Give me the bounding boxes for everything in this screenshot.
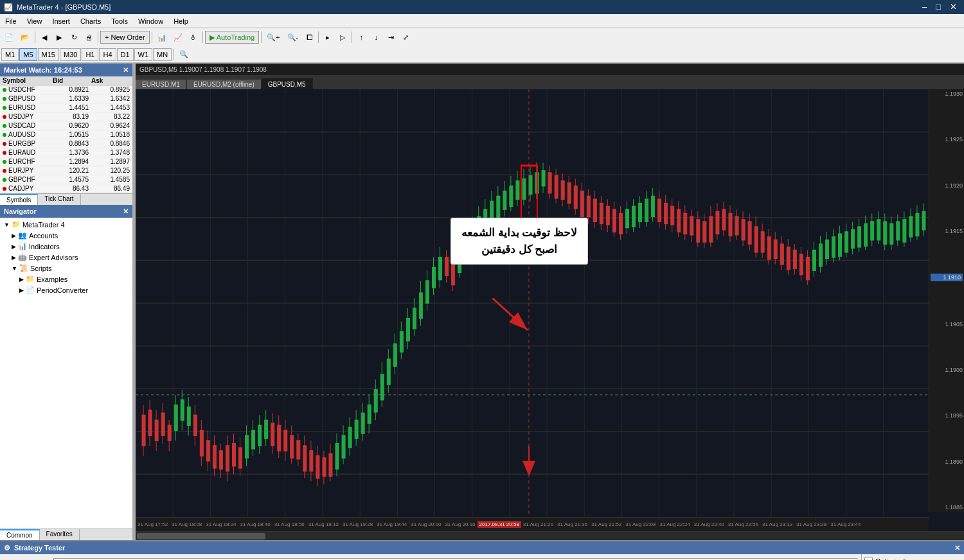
- mw-tabs: Symbols Tick Chart: [0, 193, 132, 205]
- tree-item-icon: 🤖: [18, 253, 27, 261]
- period-m5[interactable]: M5: [19, 48, 37, 61]
- price-1930: 1.1930: [931, 91, 963, 97]
- mw-bid: 1.4451: [53, 104, 91, 111]
- open-btn[interactable]: 📂: [17, 30, 33, 44]
- mw-row[interactable]: EURCHF 1.2894 1.2897: [0, 157, 132, 166]
- nav-tab-favorites[interactable]: Favorites: [40, 529, 80, 540]
- menu-insert[interactable]: Insert: [47, 14, 75, 28]
- time-4: 31 Aug 18:56: [272, 521, 307, 527]
- expert-btn[interactable]: ▸: [321, 30, 335, 44]
- mw-row[interactable]: USDCHF 0.8921 0.8925: [0, 85, 132, 94]
- chart-tab-eurusd-m2[interactable]: EURUSD,M2 (offline): [187, 80, 262, 89]
- mw-tab-tick[interactable]: Tick Chart: [38, 194, 80, 205]
- mw-row[interactable]: AUDUSD 1.0515 1.0518: [0, 130, 132, 139]
- zoom-out-btn[interactable]: 🔍-: [284, 30, 302, 44]
- minimize-button[interactable]: –: [919, 0, 930, 14]
- time-14: 31 Aug 22:08: [623, 521, 657, 527]
- search-btn[interactable]: 🔍: [176, 48, 192, 62]
- period-h4[interactable]: H4: [99, 48, 116, 61]
- chart-shift-btn[interactable]: ⇥: [384, 30, 398, 44]
- buy-btn[interactable]: ↑: [354, 30, 368, 44]
- nav-tree-item[interactable]: ▶ 📄 PeriodConverter: [1, 284, 131, 295]
- nav-tree-item[interactable]: ▼ 📁 MetaTrader 4: [1, 219, 131, 230]
- menu-charts[interactable]: Charts: [75, 14, 106, 28]
- sell-btn[interactable]: ↓: [369, 30, 383, 44]
- market-watch: Market Watch: 16:24:53 ✕ Symbol Bid Ask …: [0, 64, 132, 205]
- optimization-checkbox[interactable]: [864, 557, 873, 560]
- price-1890: 1.1890: [931, 459, 963, 465]
- price-1885: 1.1885: [931, 504, 963, 511]
- price-1900: 1.1900: [931, 367, 963, 373]
- period-m15[interactable]: M15: [38, 48, 59, 61]
- zoom-in-btn[interactable]: 🔍+: [263, 30, 283, 44]
- refresh-btn[interactable]: ↻: [67, 30, 81, 44]
- mw-col-bid: Bid: [53, 77, 91, 84]
- period-mn[interactable]: MN: [153, 48, 172, 61]
- optimization-label: Optimization: [875, 557, 915, 561]
- nav-tree-item[interactable]: ▶ 🤖 Expert Advisors: [1, 252, 131, 263]
- mw-row[interactable]: GBPUSD 1.6339 1.6342: [0, 94, 132, 103]
- period-h1[interactable]: H1: [82, 48, 98, 61]
- autoscroll-btn[interactable]: ⤢: [398, 30, 413, 44]
- mw-row[interactable]: EURAUD 1.3736 1.3748: [0, 148, 132, 157]
- mw-row[interactable]: CADJPY 86.43 86.49: [0, 184, 132, 193]
- sep7: [352, 31, 352, 43]
- maximize-button[interactable]: □: [933, 0, 944, 14]
- new-btn[interactable]: 📄: [1, 30, 17, 44]
- chart-candle-btn[interactable]: 🕯: [186, 30, 201, 44]
- back-btn[interactable]: ◀: [37, 30, 51, 44]
- svg-rect-46: [193, 415, 197, 435]
- status-dot: [3, 88, 6, 92]
- strategy-close-icon[interactable]: ✕: [954, 544, 960, 552]
- titlebar-controls: – □ ✕: [919, 0, 960, 14]
- indicators-btn[interactable]: ⧠: [302, 30, 316, 44]
- mw-symbol: GBPCHF: [3, 176, 53, 183]
- svg-rect-248: [845, 232, 848, 252]
- time-axis: 31 Aug 17:52 31 Aug 18:08 31 Aug 18:24 3…: [136, 517, 929, 531]
- mw-row[interactable]: USDCAD 0.9620 0.9624: [0, 121, 132, 130]
- forward-btn[interactable]: ▶: [52, 30, 66, 44]
- script-btn[interactable]: ▷: [335, 30, 350, 44]
- new-order-button[interactable]: + New Order: [100, 31, 150, 44]
- mw-row[interactable]: EURGBP 0.8843 0.8846: [0, 139, 132, 148]
- sep1: [35, 31, 35, 43]
- nav-tree-item[interactable]: ▶ 📊 Indicators: [1, 241, 131, 252]
- chart-tab-gbpusd-m5[interactable]: GBPUSD,M5: [262, 78, 313, 89]
- mw-bid: 83.19: [53, 113, 91, 120]
- menu-view[interactable]: View: [22, 14, 48, 28]
- autotrading-button[interactable]: ▶ AutoTrading: [205, 31, 260, 44]
- time-16: 31 Aug 22:40: [692, 521, 726, 527]
- time-6: 31 Aug 19:28: [341, 521, 375, 527]
- nav-tree-item[interactable]: ▼ 📜 Scripts: [1, 263, 131, 274]
- menubar: File View Insert Charts Tools Window Hel…: [0, 14, 964, 28]
- mw-symbol: EURCHF: [3, 158, 53, 165]
- chart-tab-eurusd-m1[interactable]: EURUSD,M1: [136, 80, 187, 89]
- nav-tree-item[interactable]: ▶ 📁 Examples: [1, 274, 131, 284]
- period-w1[interactable]: W1: [134, 48, 153, 61]
- period-m30[interactable]: M30: [60, 48, 81, 61]
- mw-row[interactable]: EURUSD 1.4451 1.4453: [0, 103, 132, 112]
- svg-rect-166: [580, 191, 584, 217]
- chart-scroll-thumb[interactable]: [137, 533, 265, 539]
- period-d1[interactable]: D1: [117, 48, 134, 61]
- mw-row[interactable]: GBPCHF 1.4575 1.4585: [0, 175, 132, 184]
- tree-item-icon: 👥: [18, 231, 27, 240]
- nav-tree-item[interactable]: ▶ 👥 Accounts: [1, 230, 131, 241]
- print-btn[interactable]: 🖨: [82, 30, 96, 44]
- period-m1[interactable]: M1: [1, 48, 19, 61]
- chart-bar-btn[interactable]: 📊: [154, 30, 170, 44]
- svg-rect-66: [258, 425, 262, 446]
- chart-line-btn[interactable]: 📈: [170, 30, 186, 44]
- close-button[interactable]: ✕: [947, 0, 960, 14]
- menu-file[interactable]: File: [0, 14, 22, 28]
- nav-close-icon[interactable]: ✕: [123, 207, 129, 216]
- mw-row[interactable]: USDJPY 83.19 83.22: [0, 112, 132, 121]
- chart-scroll-track[interactable]: [136, 531, 964, 540]
- nav-tab-common[interactable]: Common: [0, 529, 40, 540]
- mw-tab-symbols[interactable]: Symbols: [0, 194, 38, 205]
- menu-tools[interactable]: Tools: [106, 14, 133, 28]
- menu-window[interactable]: Window: [133, 14, 168, 28]
- menu-help[interactable]: Help: [168, 14, 193, 28]
- mw-row[interactable]: EURJPY 120.21 120.25: [0, 166, 132, 175]
- mw-close-icon[interactable]: ✕: [123, 66, 129, 74]
